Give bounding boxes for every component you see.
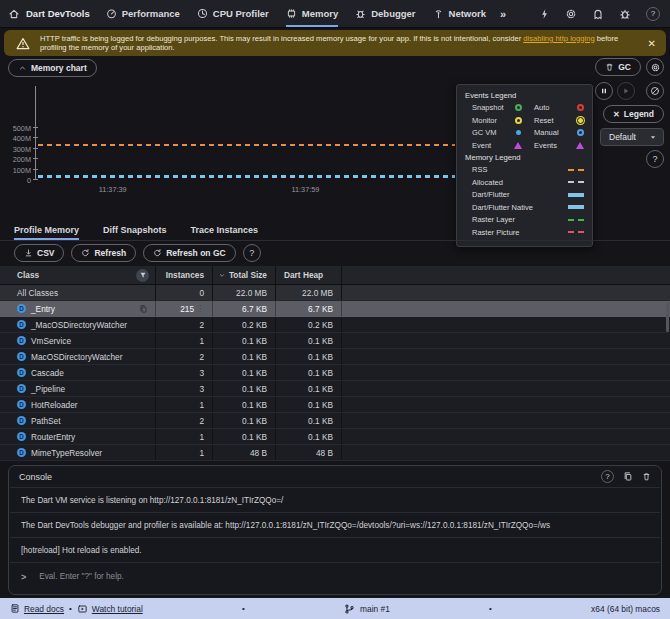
- dart-heap-size: 0.1 KB: [275, 397, 341, 412]
- y-axis-tick-label: 0: [27, 176, 31, 185]
- table-row[interactable]: D RouterEntry 1 0.1 KB 0.1 KB: [0, 429, 670, 445]
- table-row[interactable]: D _Pipeline 3 0.1 KB 0.1 KB: [0, 381, 670, 397]
- column-header-class[interactable]: Class: [0, 266, 155, 284]
- refresh-on-gc-button[interactable]: Refresh on GC: [143, 244, 236, 262]
- legend-glyph: [568, 205, 584, 209]
- pause-button[interactable]: [595, 82, 613, 100]
- debugger-icon: [355, 8, 366, 19]
- y-axis-tick-mark: [33, 169, 38, 170]
- dart-heap-size: 0.1 KB: [275, 349, 341, 364]
- chart-settings-icon[interactable]: [646, 58, 664, 76]
- dart-heap-size: 6.7 KB: [275, 301, 341, 316]
- http-logging-warning-banner: HTTP traffic is being logged for debuggi…: [4, 30, 666, 56]
- table-row[interactable]: D PathSet 2 0.1 KB 0.1 KB: [0, 413, 670, 429]
- console-copy-icon[interactable]: [623, 471, 633, 482]
- console-header: Console ?: [9, 466, 661, 487]
- class-name: MimeTypeResolver: [31, 448, 102, 458]
- watch-tutorial-link[interactable]: Watch tutorial: [77, 604, 143, 614]
- connection-status[interactable]: main #1: [344, 603, 390, 615]
- tab-overflow-button[interactable]: »: [500, 0, 506, 27]
- legend-glyph: [577, 104, 584, 111]
- table-row[interactable]: D MimeTypeResolver 1 48 B 48 B: [0, 445, 670, 461]
- dart-class-icon: D: [17, 448, 26, 457]
- y-axis-tick-mark: [33, 127, 38, 128]
- disable-http-logging-link[interactable]: disabling http logging: [523, 34, 594, 43]
- legend-entry: Allocated: [465, 178, 584, 187]
- table-row[interactable]: All Classes 0 22.0 MB 22.0 MB: [0, 285, 670, 301]
- csv-button[interactable]: CSV: [14, 244, 64, 262]
- copy-icon[interactable]: [139, 304, 148, 314]
- profile-help-icon[interactable]: ?: [243, 244, 261, 262]
- tab-diff-snapshots[interactable]: Diff Snapshots: [103, 225, 167, 240]
- tab-performance[interactable]: Performance: [106, 0, 180, 27]
- refresh-button[interactable]: Refresh: [71, 244, 136, 262]
- tab-trace-instances[interactable]: Trace Instances: [191, 225, 259, 240]
- eval-input[interactable]: [39, 572, 649, 581]
- home-icon[interactable]: [8, 0, 20, 27]
- series-line-dart-flutter: [38, 175, 455, 178]
- table-row[interactable]: D Cascade 3 0.1 KB 0.1 KB: [0, 365, 670, 381]
- chart-help-icon[interactable]: ?: [646, 150, 664, 168]
- memory-chart-collapse-button[interactable]: Memory chart: [8, 59, 97, 77]
- legend-label: Snapshot: [472, 103, 504, 112]
- sort-descending-icon: [218, 272, 226, 279]
- context-menu-icon[interactable]: ⋮: [196, 304, 204, 313]
- close-icon: ✕: [613, 110, 620, 119]
- legend-label: Event: [472, 141, 491, 150]
- help-icon[interactable]: ?: [646, 7, 660, 21]
- legend-glyph: [516, 130, 521, 135]
- table-row[interactable]: D VmService 1 0.1 KB 0.1 KB: [0, 333, 670, 349]
- console-help-icon[interactable]: ?: [601, 470, 614, 483]
- settings-icon[interactable]: [565, 8, 577, 20]
- dart-class-icon: D: [17, 384, 26, 393]
- tab-network[interactable]: Network: [433, 0, 486, 27]
- column-header-dart-heap[interactable]: Dart Heap: [275, 266, 341, 284]
- column-header-instances[interactable]: Instances: [155, 266, 212, 284]
- class-name: Cascade: [31, 368, 64, 378]
- dart-class-icon: D: [17, 416, 26, 425]
- dart-heap-size: 0.1 KB: [275, 429, 341, 444]
- legend-entry: RSS: [465, 165, 584, 174]
- chevron-down-icon: [649, 134, 657, 141]
- memory-chart-plot[interactable]: 500M400M300M200M100M011:37:3911:37:59: [35, 86, 455, 180]
- y-axis-tick-label: 400M: [13, 134, 31, 143]
- tab-memory[interactable]: Memory: [286, 0, 338, 27]
- lightning-icon[interactable]: [539, 8, 550, 20]
- table-row[interactable]: D _MacOSDirectoryWatcher 2 0.2 KB 0.2 KB: [0, 317, 670, 333]
- tab-cpu-profiler[interactable]: CPU Profiler: [197, 0, 269, 27]
- bug-report-icon[interactable]: [619, 8, 631, 20]
- gc-button[interactable]: GC: [595, 58, 641, 76]
- feedback-icon[interactable]: [592, 8, 604, 20]
- class-name: _MacOSDirectoryWatcher: [31, 320, 127, 330]
- table-scrollbar[interactable]: [666, 302, 669, 332]
- legend-glyph: [577, 117, 584, 124]
- filter-icon[interactable]: [136, 269, 149, 282]
- tab-profile-memory[interactable]: Profile Memory: [14, 225, 79, 240]
- total-size: 22.0 MB: [212, 285, 275, 300]
- y-axis-tick-label: 500M: [13, 123, 31, 132]
- table-row[interactable]: D _Entry 215⋮ 6.7 KB 6.7 KB: [0, 301, 670, 317]
- app-title: Dart DevTools: [26, 0, 90, 27]
- legend-glyph: [576, 142, 584, 149]
- clear-chart-icon[interactable]: [646, 82, 664, 100]
- legend-toggle-button[interactable]: ✕ Legend: [603, 105, 664, 123]
- read-docs-link[interactable]: Read docs: [10, 603, 64, 614]
- tab-debugger[interactable]: Debugger: [355, 0, 415, 27]
- table-row[interactable]: D MacOSDirectoryWatcher 2 0.1 KB 0.1 KB: [0, 349, 670, 365]
- resume-button[interactable]: [617, 82, 635, 100]
- column-header-total-size[interactable]: Total Size: [212, 266, 275, 284]
- table-row[interactable]: D HotReloader 1 0.1 KB 0.1 KB: [0, 397, 670, 413]
- console-panel: Console ? The Dart VM service is listeni…: [8, 465, 662, 595]
- display-interval-dropdown[interactable]: Default: [600, 128, 664, 146]
- instances-count: 1: [199, 432, 204, 442]
- instances-count: 2: [199, 352, 204, 362]
- events-legend-grid: Snapshot Auto Monitor Reset GC VM Manual…: [465, 103, 584, 150]
- console-title: Console: [19, 472, 52, 482]
- y-axis-tick-mark: [33, 137, 38, 138]
- class-name: MacOSDirectoryWatcher: [31, 352, 122, 362]
- table-header-row: Class Instances Total Size Dart Heap: [0, 266, 670, 285]
- total-size: 0.1 KB: [212, 349, 275, 364]
- console-clear-icon[interactable]: [642, 471, 651, 482]
- banner-close-icon[interactable]: ✕: [648, 38, 656, 49]
- console-log-line: The Dart DevTools debugger and profiler …: [10, 512, 660, 537]
